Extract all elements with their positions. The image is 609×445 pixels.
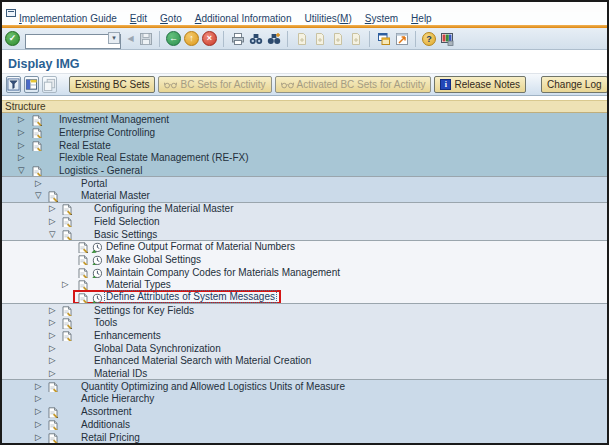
img-documentation-icon[interactable] [31,164,43,176]
img-documentation-icon[interactable] [61,228,73,240]
tree-item-label[interactable]: Logistics - General [59,165,142,176]
create-shortcut-icon[interactable] [394,31,409,46]
tree-item-label[interactable]: Enhancements [94,330,161,341]
expand-node-icon[interactable]: ▷ [18,115,25,124]
tree-row[interactable]: ▷Settings for Key Fields [2,303,607,316]
expand-node-icon[interactable]: ▷ [35,394,42,403]
menu-item-edit[interactable]: Edit [130,13,147,24]
expand-node-icon[interactable]: ▷ [18,128,25,137]
tree-item-label[interactable]: Portal [81,177,107,188]
tree-row[interactable]: ▷Material IDs [2,367,607,380]
tree-item-label[interactable]: Additionals [81,418,130,429]
menu-item-help[interactable]: Help [411,13,432,24]
filter-button[interactable] [6,76,21,93]
tree-row[interactable]: ▷Retail Pricing [2,430,607,443]
expand-node-icon[interactable]: ▷ [18,153,25,162]
collapse-node-icon[interactable]: ▽ [35,191,42,200]
tree-item-label[interactable]: Enterprise Controlling [59,127,155,138]
img-documentation-icon[interactable] [31,126,43,138]
img-documentation-icon[interactable] [61,316,73,328]
expand-node-icon[interactable]: ▷ [49,305,56,314]
tree-item-label[interactable]: Maintain Company Codes for Materials Man… [106,266,340,277]
tree-item-label[interactable]: Field Selection [94,215,160,226]
tree-item-label[interactable]: Material IDs [94,368,147,379]
tree-item-label[interactable]: Define Attributes of System Messages [105,291,276,302]
tree-row[interactable]: ▽Material Master [2,189,607,202]
execute-activity-icon[interactable] [91,291,103,303]
expand-node-icon[interactable]: ▷ [49,204,56,213]
tree-item-label[interactable]: Assortment [81,406,132,417]
tree-item-label[interactable]: Quantity Optimizing and Allowed Logistic… [81,380,345,391]
expand-node-icon[interactable]: ▷ [35,407,42,416]
img-documentation-icon[interactable] [61,304,73,316]
change-log-button[interactable]: Change Log [541,76,608,93]
expand-node-icon[interactable]: ▷ [49,369,56,378]
img-documentation-icon[interactable] [31,139,43,151]
tree-item-label[interactable]: Investment Management [59,114,169,125]
tree-row[interactable]: ▷Enterprise Controlling [2,126,607,139]
hide-command-field-icon[interactable]: ◀ [126,34,135,43]
help-icon[interactable]: ? [422,32,436,46]
command-history-icon[interactable]: ▾ [108,32,120,44]
tree-item-label[interactable]: Settings for Key Fields [94,304,194,315]
tree-item-label[interactable]: Define Output Format of Material Numbers [106,241,295,252]
img-documentation-icon[interactable] [77,266,89,278]
tree-item-label[interactable]: Global Data Synchronization [94,342,221,353]
collapse-node-icon[interactable]: ▽ [49,229,56,238]
expand-node-icon[interactable]: ▷ [49,331,56,340]
tree-row[interactable]: ▷Global Data Synchronization [2,341,607,354]
tree-row[interactable]: Maintain Company Codes for Materials Man… [2,265,607,278]
cancel-icon[interactable]: × [202,31,217,46]
tree-row[interactable]: ▷Enhancements [2,329,607,342]
expand-node-icon[interactable]: ▷ [35,420,42,429]
img-documentation-icon[interactable] [77,253,89,265]
tree-row[interactable]: ▷Tools [2,316,607,329]
img-documentation-icon[interactable] [31,113,43,125]
expand-node-icon[interactable]: ▷ [35,179,42,188]
img-documentation-icon[interactable] [47,418,59,430]
tree-row[interactable]: ▽Basic Settings [2,227,607,240]
expand-node-icon[interactable]: ▷ [49,318,56,327]
tree-row[interactable]: ▷Investment Management [2,113,607,126]
enter-icon[interactable]: ✓ [5,31,20,46]
menu-item-system[interactable]: System [365,13,398,24]
img-documentation-icon[interactable] [61,202,73,214]
expand-node-icon[interactable]: ▷ [49,356,56,365]
tree-item-label[interactable]: Real Estate [59,139,111,150]
command-field[interactable] [25,34,121,49]
new-session-icon[interactable] [376,31,391,46]
execute-activity-icon[interactable] [91,253,103,265]
tree-item-label[interactable]: Make Global Settings [106,253,201,264]
tree-item-label[interactable]: Tools [94,317,117,328]
position-button[interactable] [24,76,39,93]
expand-node-icon[interactable]: ▷ [18,140,25,149]
tree-row[interactable]: ▽Logistics - General [2,164,607,177]
execute-activity-icon[interactable] [91,266,103,278]
img-documentation-icon[interactable] [47,380,59,392]
img-documentation-icon[interactable] [47,431,59,443]
expand-node-icon[interactable]: ▷ [62,280,69,289]
tree-item-label[interactable]: Enhanced Material Search with Material C… [94,355,311,366]
menu-item-goto[interactable]: Goto [160,13,182,24]
tree-item-label[interactable]: Material Master [81,190,150,201]
img-documentation-icon[interactable] [61,329,73,341]
menu-item-utilities-m-[interactable]: Utilities(M) [305,13,352,24]
expand-node-icon[interactable]: ▷ [49,343,56,352]
tree-row[interactable]: Define Attributes of System Messages [2,291,607,304]
tree-row[interactable]: ▷Real Estate [2,138,607,151]
img-documentation-icon[interactable] [77,278,89,290]
tree-row[interactable]: ▷Article Hierarchy [2,392,607,405]
tree-item-label[interactable]: Basic Settings [94,228,157,239]
find-icon[interactable] [248,31,263,46]
img-documentation-icon[interactable] [47,189,59,201]
tree-item-label[interactable]: Article Hierarchy [81,393,154,404]
find-next-icon[interactable] [266,31,281,46]
tree-row[interactable]: Define Output Format of Material Numbers [2,240,607,253]
expand-node-icon[interactable]: ▷ [49,217,56,226]
collapse-node-icon[interactable]: ▽ [18,166,25,175]
release-notes-button[interactable]: i Release Notes [434,76,526,93]
customize-layout-icon[interactable] [439,31,454,46]
expand-node-icon[interactable]: ▷ [35,382,42,391]
execute-activity-icon[interactable] [91,240,103,252]
tree-item-label[interactable]: Flexible Real Estate Management (RE-FX) [59,152,249,163]
